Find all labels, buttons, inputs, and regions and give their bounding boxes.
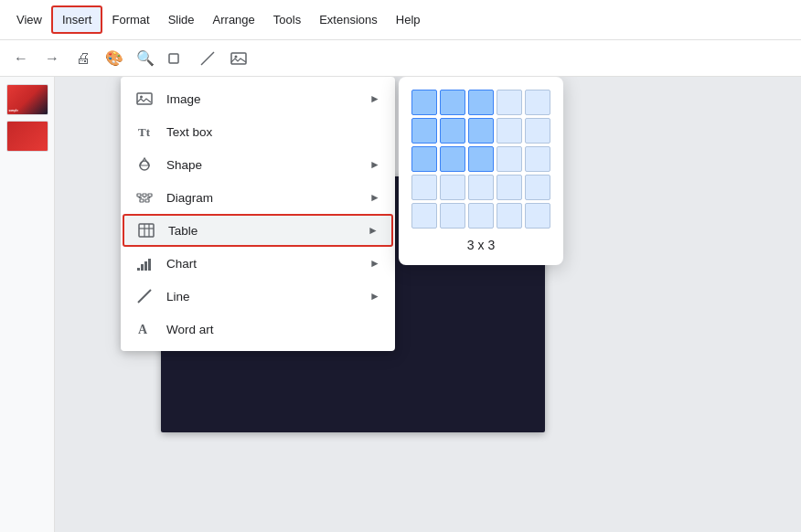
menu-option-wordart[interactable]: A Word art — [121, 313, 395, 346]
table-arrow: ► — [368, 224, 379, 237]
grid-cell-4-3[interactable] — [497, 203, 522, 229]
table-icon — [137, 221, 155, 239]
grid-cell-0-2[interactable] — [468, 90, 494, 115]
grid-cell-0-1[interactable] — [440, 90, 465, 115]
menu-item-view[interactable]: View — [7, 7, 51, 32]
menu-item-arrange[interactable]: Arrange — [204, 7, 264, 32]
shape-label: Shape — [166, 158, 357, 172]
grid-cell-3-0[interactable] — [411, 175, 437, 200]
menu-option-shape[interactable]: Shape ► — [121, 148, 395, 181]
insert-dropdown-menu: Image ► Tt Text box — [121, 77, 395, 351]
svg-line-1 — [201, 52, 214, 65]
toolbar-undo[interactable]: ← — [7, 45, 35, 72]
table-picker: 3 x 3 — [399, 77, 563, 265]
svg-point-5 — [140, 96, 143, 99]
line-icon — [135, 287, 154, 305]
toolbar-redo[interactable]: → — [38, 45, 66, 72]
grid-cell-3-2[interactable] — [468, 175, 494, 200]
table-size-label: 3 x 3 — [467, 238, 495, 252]
grid-cell-0-4[interactable] — [525, 90, 550, 115]
menu-bar: View Insert Format Slide Arrange Tools E… — [0, 0, 801, 40]
table-label: Table — [168, 224, 355, 238]
line-arrow: ► — [369, 290, 380, 303]
svg-rect-25 — [148, 259, 151, 271]
svg-rect-23 — [141, 264, 144, 271]
slide-thumb-text: sample — [9, 109, 18, 112]
grid-cell-1-4[interactable] — [525, 118, 550, 144]
toolbar-zoom[interactable]: 🔍 — [132, 45, 159, 72]
table-grid[interactable] — [411, 90, 550, 229]
grid-cell-1-1[interactable] — [440, 118, 465, 144]
grid-cell-1-2[interactable] — [468, 118, 494, 144]
menu-item-help[interactable]: Help — [387, 7, 430, 32]
shape-icon — [135, 155, 154, 174]
svg-line-26 — [138, 290, 151, 303]
svg-rect-18 — [139, 224, 154, 237]
chart-arrow: ► — [369, 257, 380, 270]
svg-rect-10 — [148, 194, 152, 197]
menu-option-textbox[interactable]: Tt Text box — [121, 115, 395, 148]
image-icon — [135, 90, 154, 108]
chart-label: Chart — [166, 257, 357, 271]
menu-option-table[interactable]: Table ► — [123, 214, 393, 247]
menu-item-extensions[interactable]: Extensions — [310, 7, 387, 32]
grid-cell-4-2[interactable] — [468, 203, 494, 229]
toolbar-paint[interactable]: 🎨 — [101, 45, 128, 72]
slide-thumb-1[interactable]: sample — [6, 84, 48, 115]
chart-icon — [135, 254, 154, 272]
toolbar-line[interactable] — [194, 45, 221, 72]
svg-rect-4 — [137, 93, 152, 104]
grid-cell-3-3[interactable] — [497, 175, 522, 200]
diagram-label: Diagram — [166, 191, 357, 205]
diagram-icon — [135, 188, 154, 207]
grid-cell-0-0[interactable] — [411, 90, 437, 115]
menu-item-tools[interactable]: Tools — [264, 7, 310, 32]
grid-cell-2-1[interactable] — [440, 146, 465, 172]
toolbar: ← → 🖨 🎨 🔍 — [0, 40, 801, 77]
grid-cell-0-3[interactable] — [497, 90, 522, 115]
toolbar-print[interactable]: 🖨 — [69, 45, 97, 72]
canvas-area: sample Image ► Tt — [55, 77, 801, 532]
grid-cell-3-4[interactable] — [525, 175, 550, 200]
grid-cell-4-4[interactable] — [525, 203, 550, 229]
svg-rect-9 — [143, 194, 146, 197]
image-arrow: ► — [369, 92, 380, 105]
toolbar-image[interactable] — [225, 45, 252, 72]
slide-panel: sample — [0, 77, 55, 532]
svg-point-3 — [235, 55, 238, 58]
grid-cell-2-2[interactable] — [468, 146, 494, 172]
grid-cell-4-0[interactable] — [411, 203, 437, 229]
grid-cell-1-0[interactable] — [411, 118, 437, 144]
grid-cell-4-1[interactable] — [440, 203, 465, 229]
slide-thumb-2[interactable] — [6, 121, 48, 152]
svg-rect-0 — [169, 54, 178, 63]
svg-rect-12 — [145, 199, 149, 202]
menu-option-chart[interactable]: Chart ► — [121, 247, 395, 280]
wordart-label: Word art — [166, 323, 380, 336]
menu-option-line[interactable]: Line ► — [121, 280, 395, 313]
svg-rect-24 — [144, 261, 147, 271]
menu-item-slide[interactable]: Slide — [159, 7, 204, 32]
svg-rect-8 — [137, 194, 141, 197]
grid-cell-1-3[interactable] — [497, 118, 522, 144]
menu-item-insert[interactable]: Insert — [51, 5, 103, 34]
toolbar-shape[interactable] — [163, 45, 190, 72]
wordart-icon: A — [135, 320, 154, 338]
grid-cell-3-1[interactable] — [440, 175, 465, 200]
menu-item-format[interactable]: Format — [102, 7, 158, 32]
diagram-arrow: ► — [369, 191, 380, 204]
main-area: sample sample Image ► — [0, 77, 801, 532]
shape-arrow: ► — [369, 158, 380, 171]
textbox-icon: Tt — [135, 122, 154, 141]
menu-option-image[interactable]: Image ► — [121, 82, 395, 115]
grid-cell-2-4[interactable] — [525, 146, 550, 172]
grid-cell-2-3[interactable] — [497, 146, 522, 172]
textbox-label: Text box — [166, 125, 380, 139]
line-label: Line — [166, 290, 357, 303]
svg-rect-22 — [137, 268, 140, 271]
svg-rect-11 — [140, 199, 144, 202]
svg-rect-2 — [231, 53, 246, 64]
menu-option-diagram[interactable]: Diagram ► — [121, 181, 395, 214]
grid-cell-2-0[interactable] — [411, 146, 437, 172]
svg-text:Tt: Tt — [138, 125, 151, 139]
